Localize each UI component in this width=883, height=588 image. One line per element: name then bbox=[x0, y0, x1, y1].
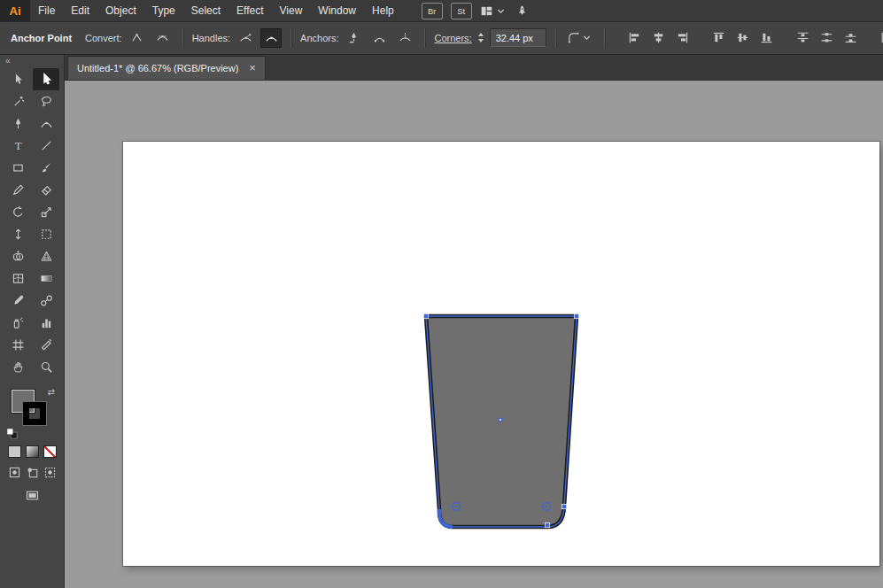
column-graph-tool-button[interactable] bbox=[33, 312, 59, 334]
convert-to-smooth-button[interactable] bbox=[152, 28, 174, 48]
rotate-tool-button[interactable] bbox=[4, 201, 31, 223]
slice-tool-button[interactable] bbox=[33, 334, 59, 356]
show-handles-button[interactable] bbox=[235, 28, 256, 48]
align-vertical-center-icon bbox=[736, 31, 749, 44]
lasso-tool-button[interactable] bbox=[33, 90, 59, 112]
paintbrush-tool-button[interactable] bbox=[33, 157, 59, 179]
align-horizontal-center-button[interactable] bbox=[648, 28, 670, 48]
canvas[interactable] bbox=[64, 80, 883, 588]
arrange-documents-button[interactable] bbox=[480, 4, 507, 18]
rotate-tool-icon bbox=[12, 205, 25, 219]
shape-builder-tool-button[interactable] bbox=[4, 245, 31, 267]
hand-tool-icon bbox=[12, 360, 25, 374]
stepper-up-icon[interactable] bbox=[478, 33, 484, 36]
curvature-tool-button[interactable] bbox=[33, 112, 59, 135]
selection-tool-button[interactable] bbox=[4, 68, 31, 90]
default-fill-stroke-icon[interactable] bbox=[5, 427, 19, 440]
none-button[interactable] bbox=[43, 445, 57, 458]
menu-item-select[interactable]: Select bbox=[183, 0, 228, 21]
pen-tool-button[interactable] bbox=[4, 112, 31, 135]
appbar-buttons: Br St bbox=[422, 3, 529, 19]
symbol-sprayer-tool-icon bbox=[12, 316, 25, 329]
gradient-button[interactable] bbox=[26, 445, 39, 458]
align-left-button[interactable] bbox=[624, 28, 646, 48]
cut-path-button[interactable] bbox=[394, 28, 415, 48]
stepper-down-icon[interactable] bbox=[478, 39, 484, 43]
menu-item-type[interactable]: Type bbox=[144, 0, 183, 21]
corners-link[interactable]: Corners: bbox=[434, 33, 471, 43]
connect-anchors-icon bbox=[373, 31, 386, 44]
swap-fill-stroke-icon[interactable]: ⇄ bbox=[48, 387, 55, 397]
paintbrush-tool-icon bbox=[40, 161, 53, 174]
corner-options-button[interactable] bbox=[565, 28, 595, 48]
scale-tool-button[interactable] bbox=[33, 201, 59, 223]
align-top-icon bbox=[712, 31, 725, 44]
artboard-tool-button[interactable] bbox=[4, 334, 31, 356]
document-tab[interactable]: Untitled-1* @ 66.67% (RGB/Preview) × bbox=[67, 56, 266, 80]
gpu-performance-button[interactable] bbox=[515, 4, 529, 18]
perspective-grid-tool-button[interactable] bbox=[33, 245, 59, 267]
blend-tool-button[interactable] bbox=[33, 290, 59, 312]
zoom-tool-button[interactable] bbox=[33, 356, 59, 378]
close-icon[interactable]: × bbox=[249, 64, 256, 73]
distribute-bottom-button[interactable] bbox=[840, 28, 862, 48]
distribute-vertical-center-button[interactable] bbox=[817, 28, 838, 48]
corner-radius-stepper[interactable] bbox=[478, 33, 484, 43]
default-swatches-icon bbox=[5, 427, 19, 440]
connect-anchors-button[interactable] bbox=[368, 28, 390, 48]
handles-label: Handles: bbox=[192, 33, 230, 43]
distribute-left-button[interactable] bbox=[877, 28, 883, 48]
hand-tool-button[interactable] bbox=[4, 356, 31, 378]
type-tool-button[interactable]: T bbox=[4, 135, 31, 157]
menu-item-effect[interactable]: Effect bbox=[228, 0, 271, 21]
rectangle-tool-button[interactable] bbox=[4, 157, 31, 179]
align-vertical-center-button[interactable] bbox=[732, 28, 754, 48]
magic-wand-tool-button[interactable] bbox=[4, 90, 31, 112]
perspective-grid-tool-icon bbox=[40, 250, 53, 263]
menu-item-window[interactable]: Window bbox=[310, 0, 364, 21]
free-transform-tool-button[interactable] bbox=[33, 223, 59, 245]
selected-shape[interactable] bbox=[64, 80, 883, 588]
menu-item-file[interactable]: File bbox=[30, 0, 63, 21]
direct-selection-tool-button[interactable] bbox=[33, 68, 59, 90]
rocket-icon bbox=[515, 4, 529, 18]
symbol-sprayer-tool-button[interactable] bbox=[4, 312, 31, 334]
draw-mode-row bbox=[8, 466, 57, 479]
mesh-tool-button[interactable] bbox=[4, 267, 31, 290]
menu-item-edit[interactable]: Edit bbox=[63, 0, 97, 21]
width-tool-button[interactable] bbox=[4, 223, 31, 245]
lasso-tool-icon bbox=[40, 95, 53, 108]
line-segment-tool-icon bbox=[40, 139, 53, 152]
gradient-tool-button[interactable] bbox=[33, 267, 59, 290]
convert-to-corner-button[interactable] bbox=[127, 28, 148, 48]
draw-inside-button[interactable] bbox=[43, 466, 57, 479]
width-tool-icon bbox=[12, 228, 25, 241]
menu-item-help[interactable]: Help bbox=[364, 0, 402, 21]
gradient-tool-icon bbox=[40, 272, 53, 285]
bridge-button[interactable]: Br bbox=[422, 3, 443, 19]
convert-corner-icon bbox=[130, 31, 143, 44]
menu-item-view[interactable]: View bbox=[272, 0, 311, 21]
collapse-panel-icon[interactable]: « bbox=[0, 54, 10, 66]
align-right-button[interactable] bbox=[672, 28, 693, 48]
align-bottom-button[interactable] bbox=[756, 28, 778, 48]
stroke-swatch[interactable] bbox=[23, 402, 46, 425]
eraser-tool-button[interactable] bbox=[33, 179, 59, 201]
draw-behind-button[interactable] bbox=[26, 466, 39, 479]
menu-item-object[interactable]: Object bbox=[97, 0, 144, 21]
distribute-top-button[interactable] bbox=[793, 28, 814, 48]
stock-button[interactable]: St bbox=[451, 3, 472, 19]
hide-handles-button[interactable] bbox=[260, 28, 282, 48]
remove-anchor-button[interactable] bbox=[343, 28, 364, 48]
rectangle-tool-icon bbox=[12, 161, 25, 174]
draw-normal-button[interactable] bbox=[8, 466, 21, 479]
line-segment-tool-button[interactable] bbox=[33, 135, 59, 157]
screen-mode-button[interactable] bbox=[26, 489, 39, 502]
shaper-tool-button[interactable] bbox=[4, 179, 31, 201]
color-button[interactable] bbox=[8, 445, 21, 458]
corner-radius-input[interactable]: 32.44 px bbox=[490, 28, 546, 47]
align-top-button[interactable] bbox=[709, 28, 730, 48]
eyedropper-tool-button[interactable] bbox=[4, 290, 31, 312]
document-tab-title: Untitled-1* @ 66.67% (RGB/Preview) bbox=[77, 63, 238, 74]
anchor-point bbox=[545, 522, 549, 527]
